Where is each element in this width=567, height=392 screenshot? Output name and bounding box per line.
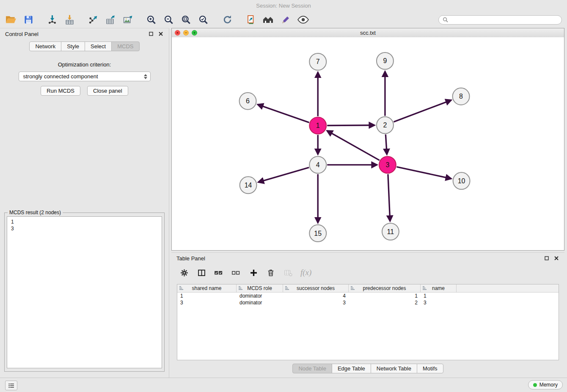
criterion-selected-value: strongly connected component xyxy=(23,73,98,80)
edge-3-10[interactable] xyxy=(396,167,451,179)
float-table-panel-icon[interactable] xyxy=(544,255,550,261)
graph-node-15[interactable]: 15 xyxy=(309,225,326,242)
delete-column-trash-icon[interactable] xyxy=(266,268,276,278)
node-table: shared nameMCDS rolesuccessor nodesprede… xyxy=(177,284,559,360)
column-header-mcds-role[interactable]: MCDS role xyxy=(237,284,283,292)
svg-text:9: 9 xyxy=(383,57,387,64)
column-header-successor-nodes[interactable]: successor nodes xyxy=(283,284,349,292)
edge-1-2[interactable] xyxy=(327,125,374,126)
graph-node-14[interactable]: 14 xyxy=(240,177,257,193)
export-table-button[interactable] xyxy=(105,14,116,26)
open-session-button[interactable] xyxy=(5,14,17,26)
table-tabs: Node TableEdge TableNetwork TableMotifs xyxy=(171,364,564,373)
graph-node-2[interactable]: 2 xyxy=(377,117,394,134)
edge-2-3[interactable] xyxy=(385,134,387,154)
tab-node-table[interactable]: Node Table xyxy=(292,364,332,373)
graph-node-7[interactable]: 7 xyxy=(309,53,326,70)
select-all-columns-icon[interactable] xyxy=(214,268,224,278)
criterion-dropdown[interactable]: strongly connected component xyxy=(19,72,151,81)
svg-text:6: 6 xyxy=(246,97,250,105)
tab-network-table[interactable]: Network Table xyxy=(371,364,417,373)
split-columns-icon[interactable] xyxy=(196,268,206,278)
table-cell: 3 xyxy=(177,300,237,306)
table-row[interactable]: 1dominator411 xyxy=(177,293,559,299)
export-network-button[interactable] xyxy=(87,14,99,26)
network-overview-button[interactable] xyxy=(262,14,274,26)
graph-node-4[interactable]: 4 xyxy=(309,156,326,173)
panel-selector-button[interactable] xyxy=(5,381,17,390)
titlebar: Session: New Session xyxy=(0,0,567,11)
refresh-layout-button[interactable] xyxy=(221,14,233,26)
tab-network[interactable]: Network xyxy=(29,41,61,51)
svg-text:10: 10 xyxy=(458,177,465,185)
network-window-title: scc.txt xyxy=(360,30,376,36)
table-settings-gear-icon[interactable] xyxy=(179,268,189,278)
zoom-fit-button[interactable] xyxy=(180,14,192,26)
network-canvas[interactable]: 7968124314101511 xyxy=(172,37,564,250)
mcds-result-group: MCDS result (2 nodes) 1 3 xyxy=(4,210,165,372)
edge-1-6[interactable] xyxy=(258,105,309,122)
add-column-plus-icon[interactable] xyxy=(248,268,259,278)
new-network-view-button[interactable] xyxy=(245,14,257,26)
zoom-selected-button[interactable] xyxy=(198,14,209,26)
zoom-out-button[interactable] xyxy=(163,14,175,26)
table-row[interactable]: 3dominator323 xyxy=(177,299,559,306)
close-panel-button[interactable]: Close panel xyxy=(87,86,128,96)
svg-text:1: 1 xyxy=(316,122,320,129)
search-input[interactable] xyxy=(451,17,558,23)
maximize-window-icon[interactable] xyxy=(192,30,197,36)
save-session-button[interactable] xyxy=(22,14,34,26)
network-window-titlebar[interactable]: scc.txt xyxy=(172,28,564,38)
tab-select[interactable]: Select xyxy=(85,41,112,51)
window-title: Session: New Session xyxy=(256,3,311,9)
tab-style[interactable]: Style xyxy=(61,41,85,51)
minimize-window-icon[interactable] xyxy=(183,30,189,36)
tab-motifs[interactable]: Motifs xyxy=(417,364,443,373)
svg-text:7: 7 xyxy=(316,58,320,65)
table-panel: Table Panel xyxy=(171,252,564,378)
search-box[interactable] xyxy=(438,15,562,25)
mcds-result-title: MCDS result (2 nodes) xyxy=(8,210,63,215)
memory-button[interactable]: Memory xyxy=(528,380,563,389)
export-image-button[interactable] xyxy=(122,14,134,26)
graph-node-3[interactable]: 3 xyxy=(379,156,396,173)
graph-node-1[interactable]: 1 xyxy=(309,117,326,134)
edge-3-1[interactable] xyxy=(327,131,380,160)
close-table-panel-icon[interactable] xyxy=(553,255,559,261)
edge-4-14[interactable] xyxy=(259,168,309,182)
table-panel-title: Table Panel xyxy=(176,255,205,262)
edge-3-11[interactable] xyxy=(388,174,390,221)
svg-text:4: 4 xyxy=(316,161,320,168)
column-header-shared-name[interactable]: shared name xyxy=(177,284,237,292)
mcds-result-text[interactable]: 1 3 xyxy=(7,216,162,368)
svg-text:8: 8 xyxy=(459,93,463,100)
tab-edge-table[interactable]: Edge Table xyxy=(332,364,371,373)
app-window: Session: New Session xyxy=(0,0,567,392)
close-control-panel-icon[interactable] xyxy=(158,31,164,37)
sort-icon xyxy=(238,286,243,290)
import-table-button[interactable] xyxy=(63,14,75,26)
graph-node-6[interactable]: 6 xyxy=(239,93,256,110)
style-brush-button[interactable] xyxy=(280,14,292,26)
sort-icon xyxy=(179,286,184,290)
tab-mcds[interactable]: MCDS xyxy=(111,41,139,51)
import-network-button[interactable] xyxy=(46,14,58,26)
float-panel-icon[interactable] xyxy=(148,31,154,37)
control-panel-title: Control Panel xyxy=(5,31,39,37)
close-window-icon[interactable] xyxy=(175,30,180,36)
table-cell: 1 xyxy=(177,293,237,299)
run-mcds-button[interactable]: Run MCDS xyxy=(41,86,80,96)
graph-node-9[interactable]: 9 xyxy=(377,52,394,69)
table-cell: dominator xyxy=(237,300,283,306)
function-builder-fx-icon: f(x) xyxy=(300,268,311,277)
zoom-in-button[interactable] xyxy=(146,14,157,26)
graph-node-8[interactable]: 8 xyxy=(453,88,470,105)
unselect-all-columns-icon[interactable] xyxy=(231,268,241,278)
column-header-predecessor-nodes[interactable]: predecessor nodes xyxy=(349,284,421,292)
graph-node-10[interactable]: 10 xyxy=(453,172,470,189)
column-header-name[interactable]: name xyxy=(421,284,457,292)
edge-2-8[interactable] xyxy=(394,100,451,122)
graph-node-11[interactable]: 11 xyxy=(382,223,399,240)
show-graphics-eye-button[interactable] xyxy=(297,14,309,26)
optimization-criterion-label: Optimization criterion: xyxy=(0,61,169,68)
